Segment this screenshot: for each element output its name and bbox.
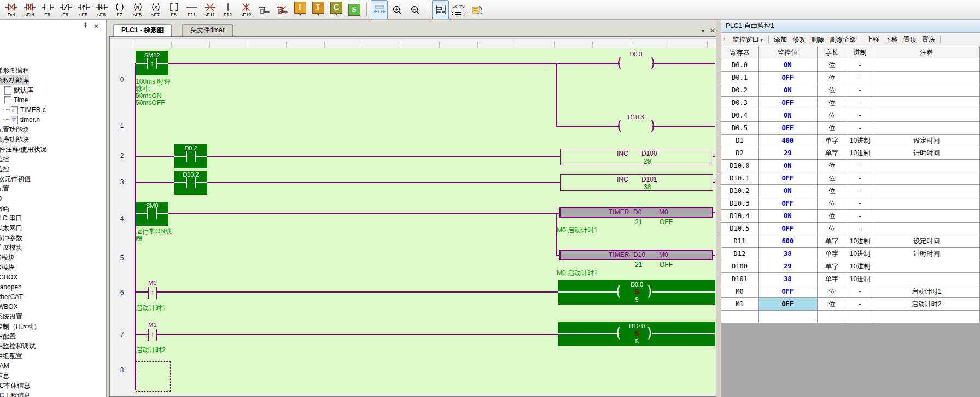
- monitor-cell[interactable]: [873, 273, 980, 285]
- sidebar-item[interactable]: 信息: [0, 371, 106, 381]
- monitor-cell[interactable]: [873, 311, 980, 323]
- toolbar-btn-S-button[interactable]: S: [346, 0, 363, 19]
- monitor-cell[interactable]: [873, 185, 980, 197]
- monitor-修改-button[interactable]: 修改: [790, 35, 808, 44]
- monitor-删除全部-button[interactable]: 删除全部: [827, 35, 859, 44]
- sidebar-item[interactable]: PLC工程信息: [0, 390, 106, 397]
- ladder-contact-SM0[interactable]: SM0: [136, 202, 168, 226]
- monitor-cell[interactable]: [873, 122, 980, 135]
- sidebar-item[interactable]: 函数功能库: [0, 75, 106, 85]
- sidebar-item[interactable]: WBOX: [0, 302, 106, 312]
- ladder-cursor-cell[interactable]: [136, 361, 171, 392]
- tab-header-timer[interactable]: 头文件timer: [182, 24, 233, 36]
- monitor-cell[interactable]: ON: [759, 84, 818, 97]
- monitor-cell[interactable]: D100: [721, 260, 759, 273]
- monitor-cell[interactable]: -: [847, 160, 874, 172]
- sidebar-item[interactable]: 脉冲参数: [0, 233, 106, 243]
- sidebar-item[interactable]: PLC 串口: [0, 213, 106, 223]
- monitor-cell[interactable]: 10进制: [847, 273, 874, 285]
- monitor-cell[interactable]: 单字: [818, 147, 847, 160]
- pin-icon[interactable]: [81, 22, 90, 31]
- monitor-cell[interactable]: 单字: [818, 235, 847, 248]
- toolbar-contact-rise-button[interactable]: sF5: [75, 0, 92, 19]
- sidebar-item[interactable]: Time: [0, 95, 106, 105]
- sidebar-item[interactable]: 梯形图编程: [0, 66, 106, 75]
- toolbar-zoom-in-button[interactable]: [389, 0, 406, 19]
- monitor-cell[interactable]: 29: [759, 147, 818, 160]
- dropdown-caret-icon[interactable]: ▼: [760, 38, 763, 42]
- monitor-置底-button[interactable]: 置底: [919, 35, 938, 44]
- sidebar-item[interactable]: 顺序功能块: [0, 135, 106, 144]
- sidebar-item[interactable]: 运动控制（H运动）: [0, 322, 106, 331]
- toolbar-coil-r-button[interactable]: RsF8: [129, 0, 146, 19]
- monitor-cell[interactable]: ON: [759, 109, 818, 122]
- toolbar-contact-fall-button[interactable]: sF6: [93, 0, 110, 19]
- dropdown-caret-icon[interactable]: ▼: [335, 13, 339, 16]
- toolbar-btn-I-button[interactable]: I▼: [291, 0, 308, 19]
- panel-splitter[interactable]: [716, 20, 721, 397]
- ladder-inc-D101[interactable]: INC D101 38: [560, 174, 713, 191]
- monitor-cell[interactable]: -: [847, 185, 874, 197]
- sidebar-item[interactable]: PLC本体信息: [0, 381, 106, 390]
- sidebar-item[interactable]: 以太网口: [0, 223, 106, 233]
- sidebar-item[interactable]: 系统设置: [0, 312, 106, 322]
- monitor-cell[interactable]: D10.0: [721, 160, 759, 172]
- monitor-cell[interactable]: D0.3: [721, 97, 759, 109]
- sidebar-item[interactable]: 软元件初值: [0, 174, 106, 184]
- toolbar-contact-del2-button[interactable]: sDel: [21, 0, 38, 19]
- monitor-cell[interactable]: OFF: [759, 122, 818, 135]
- monitor-cell[interactable]: [873, 223, 980, 235]
- monitor-cell[interactable]: 位: [818, 97, 847, 109]
- sidebar-item[interactable]: 轴组配置: [0, 351, 106, 361]
- sidebar-item[interactable]: Htimer.h: [0, 115, 106, 125]
- dropdown-caret-icon[interactable]: ▼: [299, 13, 302, 16]
- monitor-cell[interactable]: -: [847, 223, 874, 235]
- monitor-cell[interactable]: ON: [759, 185, 818, 197]
- monitor-cell[interactable]: 位: [818, 122, 847, 135]
- monitor-cell[interactable]: [759, 311, 818, 323]
- monitor-cell[interactable]: D10.1: [721, 172, 759, 185]
- monitor-cell[interactable]: 38: [759, 273, 818, 285]
- sidebar-item[interactable]: 监控: [0, 164, 106, 174]
- monitor-cell[interactable]: [818, 311, 847, 323]
- ladder-contact-D10.2[interactable]: D10.2: [174, 171, 207, 195]
- ladder-timer-D10[interactable]: TIMER D10 M0: [559, 250, 713, 260]
- monitor-cell[interactable]: [873, 210, 980, 223]
- monitor-cell[interactable]: D12: [721, 248, 759, 260]
- monitor-cell[interactable]: 单字: [818, 260, 847, 273]
- monitor-cell[interactable]: D10.5: [721, 223, 759, 235]
- monitor-cell[interactable]: 单字: [818, 248, 847, 260]
- sidebar-item[interactable]: 轴配置: [0, 331, 106, 341]
- monitor-cell[interactable]: 位: [818, 160, 847, 172]
- monitor-cell[interactable]: 设定时间: [873, 135, 980, 147]
- monitor-cell[interactable]: -: [847, 285, 874, 298]
- sidebar-item[interactable]: EtherCAT: [0, 292, 106, 302]
- monitor-cell[interactable]: 位: [818, 285, 847, 298]
- toolbar-il-view-button[interactable]: Ld m0: [450, 0, 467, 19]
- sidebar-item[interactable]: ED模块: [0, 253, 106, 262]
- sidebar-item[interactable]: 轴监控和调试: [0, 341, 106, 351]
- monitor-cell[interactable]: D10.4: [721, 210, 759, 223]
- toolbar-vline-button[interactable]: F12: [219, 0, 236, 19]
- monitor-cell[interactable]: D0.0: [721, 59, 759, 72]
- monitor-cell[interactable]: 位: [818, 72, 847, 84]
- monitor-cell[interactable]: 单字: [818, 273, 847, 285]
- monitor-cell[interactable]: D10.3: [721, 197, 759, 210]
- monitor-cell[interactable]: OFF: [759, 172, 818, 185]
- monitor-cell[interactable]: 位: [818, 172, 847, 185]
- sidebar-item[interactable]: 密码: [0, 203, 106, 213]
- sidebar-item[interactable]: 配置: [0, 184, 106, 194]
- toolbar-branch-add-button[interactable]: [255, 0, 272, 19]
- monitor-cell[interactable]: D10.2: [721, 185, 759, 197]
- sidebar-item[interactable]: CAM: [0, 361, 106, 371]
- monitor-cell[interactable]: 10进制: [847, 248, 874, 260]
- toolbar-inst-box-button[interactable]: F8: [165, 0, 182, 19]
- monitor-cell[interactable]: ON: [759, 59, 818, 72]
- monitor-cell[interactable]: D0.4: [721, 109, 759, 122]
- monitor-cell[interactable]: -: [847, 97, 874, 109]
- toolbar-branch-del-button[interactable]: [273, 0, 290, 19]
- monitor-cell[interactable]: [873, 260, 980, 273]
- sidebar-item[interactable]: 4GBOX: [0, 272, 106, 282]
- monitor-cell[interactable]: OFF: [759, 197, 818, 210]
- monitor-cell[interactable]: OFF: [759, 285, 818, 298]
